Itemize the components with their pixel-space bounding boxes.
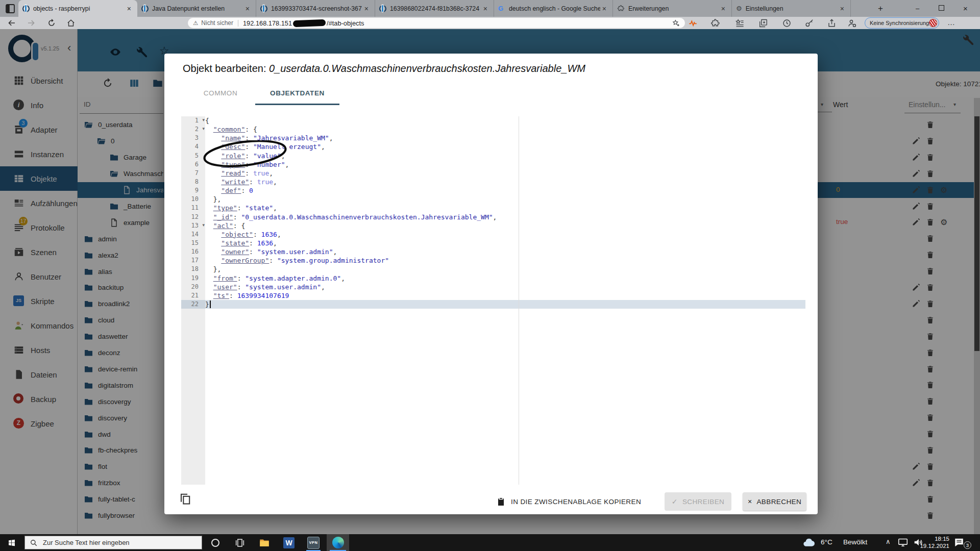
browser-tab[interactable]: objects - raspberrypi× xyxy=(18,0,137,17)
history-icon[interactable] xyxy=(782,18,792,28)
tab-title: Erweiterungen xyxy=(628,5,719,12)
close-window-button[interactable]: × xyxy=(954,0,977,17)
editor-gutter: 1▾2▾345678910111213▾141516171819202122 xyxy=(181,116,205,309)
tab-close-icon[interactable]: × xyxy=(600,5,608,13)
file-explorer-icon xyxy=(259,537,270,548)
weather-cloud-icon[interactable] xyxy=(802,536,816,549)
collections-icon[interactable] xyxy=(758,18,768,28)
edge-icon xyxy=(332,537,344,548)
browser-tab-strip: objects - raspberrypi×Java Datenpunkt er… xyxy=(0,0,980,17)
code-line: "name": "Jahresvariable_WM", xyxy=(205,134,805,142)
tab-common[interactable]: COMMON xyxy=(190,83,251,104)
code-line: "ownerGroup": "system.group.administrato… xyxy=(205,256,805,265)
share-icon[interactable] xyxy=(827,18,837,28)
favorites-icon[interactable] xyxy=(735,18,745,28)
fold-arrow-icon[interactable]: ▾ xyxy=(202,117,205,122)
code-line: "desc": "Manuell erzeugt", xyxy=(205,142,805,151)
code-line: }, xyxy=(205,265,805,273)
editor-print-margin xyxy=(519,116,519,485)
windows-logo-icon xyxy=(8,539,16,547)
browser-tab[interactable]: Java Datenpunkt erstellen× xyxy=(137,0,256,17)
edit-object-dialog: Objekt bearbeiten: 0_userdata.0.Waschmas… xyxy=(164,54,818,514)
task-view-button[interactable] xyxy=(229,534,251,551)
google-favicon: G xyxy=(498,5,505,12)
notifications-icon[interactable] xyxy=(953,537,965,548)
passwords-icon[interactable] xyxy=(804,18,814,28)
start-button[interactable] xyxy=(0,534,23,551)
back-icon[interactable] xyxy=(7,18,16,28)
cancel-button[interactable]: × ABBRECHEN xyxy=(743,492,806,511)
network-icon[interactable] xyxy=(897,537,909,548)
extensions-icon[interactable] xyxy=(710,18,720,28)
code-line: "write": true, xyxy=(205,178,805,186)
cortana-button[interactable] xyxy=(204,534,227,551)
code-line: { xyxy=(205,116,805,125)
address-bar[interactable]: ⚠ Nicht sicher 192.168.178.151 /#tab-obj… xyxy=(188,18,685,28)
line-number: 15 xyxy=(191,239,199,246)
fold-arrow-icon[interactable]: ▾ xyxy=(202,126,205,131)
active-tab-underline xyxy=(255,104,339,105)
close-icon: × xyxy=(748,497,752,506)
code-line: "acl": { xyxy=(205,221,805,230)
line-number: 5 xyxy=(195,152,199,159)
sync-status-button[interactable]: Keine Synchronisierung xyxy=(865,17,939,29)
sync-label: Keine Synchronisierung xyxy=(870,20,929,26)
date: 19.12.2021 xyxy=(917,543,949,550)
tray-chevron-up-icon[interactable]: ∧ xyxy=(886,538,891,545)
url-redaction-scribble xyxy=(293,19,326,27)
code-line: "read": true, xyxy=(205,169,805,178)
word-button[interactable]: W xyxy=(278,534,300,551)
weather-condition[interactable]: Bewölkt xyxy=(843,538,867,546)
forward-icon[interactable] xyxy=(27,18,36,28)
browser-tab[interactable]: Gdeutsch englisch - Google Suche× xyxy=(494,0,613,17)
minimize-button[interactable]: – xyxy=(906,0,929,17)
windows-taskbar: Zur Suche Text hier eingeben W VPN 6°C B… xyxy=(0,534,980,551)
tab-close-icon[interactable]: × xyxy=(125,5,133,13)
tab-close-icon[interactable]: × xyxy=(481,5,489,13)
line-number: 1 xyxy=(195,117,199,124)
browser-tab[interactable]: 1639868022474-f81b368c-3724× xyxy=(375,0,494,17)
iobroker-favicon xyxy=(22,5,30,12)
home-icon[interactable] xyxy=(66,18,76,28)
edge-button[interactable] xyxy=(327,534,349,551)
code-line: "_id": "0_userdata.0.Waschmaschinenverbr… xyxy=(205,213,805,221)
write-button-label: SCHREIBEN xyxy=(682,498,724,506)
dialog-title: Objekt bearbeiten: 0_userdata.0.Waschmas… xyxy=(183,63,585,74)
line-number: 9 xyxy=(195,187,199,194)
fold-arrow-icon[interactable]: ▾ xyxy=(202,222,205,228)
code-line: "common": { xyxy=(205,125,805,134)
refresh-icon[interactable] xyxy=(47,18,56,28)
clipboard-icon xyxy=(496,497,506,507)
tab-title: objects - raspberrypi xyxy=(33,5,125,12)
code-line: }, xyxy=(205,195,805,204)
json-editor[interactable]: { "common": { "name": "Jahresvariable_WM… xyxy=(205,116,805,309)
tab-close-icon[interactable]: × xyxy=(243,5,252,13)
browser-tab[interactable]: ⚙Einstellungen× xyxy=(732,0,851,17)
copy-button-label: IN DIE ZWISCHENABLAGE KOPIEREN xyxy=(511,498,641,506)
tab-title: deutsch englisch - Google Suche xyxy=(509,5,600,12)
maximize-button[interactable] xyxy=(930,0,953,17)
tab-actions-icon[interactable] xyxy=(4,3,16,15)
browser-tab[interactable]: 1639933703474-screenshot-367× xyxy=(256,0,375,17)
browser-essentials-icon[interactable] xyxy=(688,18,698,28)
tab-close-icon[interactable]: × xyxy=(719,5,727,13)
new-tab-button[interactable]: + xyxy=(874,2,887,15)
tab-close-icon[interactable]: × xyxy=(362,5,371,13)
write-button[interactable]: ✓ SCHREIBEN xyxy=(665,492,731,511)
profile-avatar xyxy=(929,19,937,27)
copy-icon-button[interactable] xyxy=(179,492,192,506)
taskbar-search[interactable]: Zur Suche Text hier eingeben xyxy=(24,536,202,549)
browser-menu-icon[interactable]: … xyxy=(947,18,955,27)
tab-objektdaten[interactable]: OBJEKTDATEN xyxy=(255,83,339,104)
copy-to-clipboard-button[interactable]: IN DIE ZWISCHENABLAGE KOPIEREN xyxy=(496,492,641,511)
add-favorite-icon[interactable] xyxy=(672,19,680,27)
profile-settings-icon[interactable] xyxy=(847,18,857,28)
browser-tab[interactable]: Erweiterungen× xyxy=(613,0,732,17)
tab-close-icon[interactable]: × xyxy=(838,5,846,13)
code-line: "def": 0 xyxy=(205,186,805,195)
vpn-button[interactable]: VPN xyxy=(302,534,325,551)
file-explorer-button[interactable] xyxy=(253,534,276,551)
clock[interactable]: 18:15 19.12.2021 xyxy=(917,536,949,549)
weather-temp[interactable]: 6°C xyxy=(821,538,832,546)
line-number: 4 xyxy=(195,143,199,150)
